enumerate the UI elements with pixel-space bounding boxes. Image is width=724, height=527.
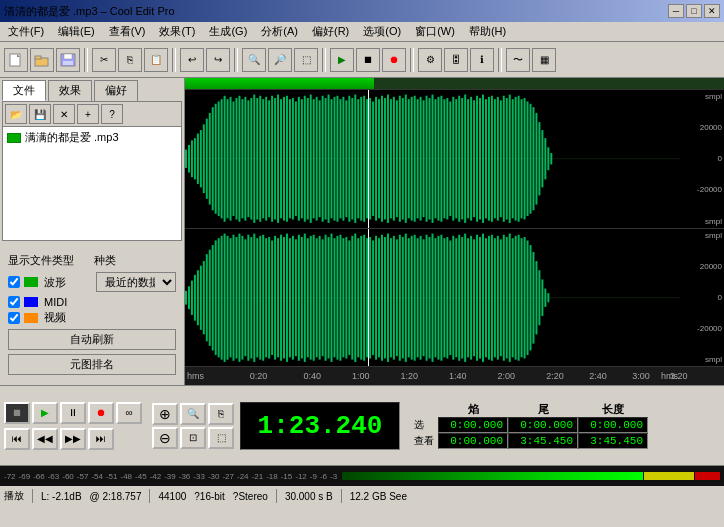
panel-new-btn[interactable]: + bbox=[77, 104, 99, 124]
pause-button[interactable]: ⏸ bbox=[60, 402, 86, 424]
panel-close-btn[interactable]: ✕ bbox=[53, 104, 75, 124]
svg-rect-144 bbox=[212, 245, 214, 350]
toolbar-info[interactable]: ℹ bbox=[470, 48, 494, 72]
toolbar-waveform[interactable]: 〜 bbox=[506, 48, 530, 72]
toolbar-record[interactable]: ⏺ bbox=[382, 48, 406, 72]
file-item[interactable]: 满满的都是爱 .mp3 bbox=[5, 129, 179, 146]
type-midi-checkbox[interactable] bbox=[8, 296, 20, 308]
record-button[interactable]: ⏺ bbox=[88, 402, 114, 424]
svg-rect-256 bbox=[544, 288, 546, 306]
toolbar-spectrum[interactable]: ▦ bbox=[532, 48, 556, 72]
close-button[interactable]: ✕ bbox=[704, 4, 720, 18]
menu-edit[interactable]: 编辑(E) bbox=[52, 22, 101, 41]
svg-rect-205 bbox=[393, 235, 395, 359]
toolbar-redo[interactable]: ↪ bbox=[206, 48, 230, 72]
zoom-mark-button[interactable]: 🔍 bbox=[180, 403, 206, 425]
toolbar-paste[interactable]: 📋 bbox=[144, 48, 168, 72]
svg-rect-220 bbox=[437, 235, 439, 359]
meter-label-n12: -12 bbox=[295, 472, 307, 481]
stop-button[interactable]: ⏹ bbox=[4, 402, 30, 424]
transport-controls: ⏹ ▶ ⏸ ⏺ ∞ ⏮ ◀◀ ▶▶ ⏭ bbox=[4, 402, 142, 450]
svg-rect-6 bbox=[63, 61, 73, 65]
menu-file[interactable]: 文件(F) bbox=[2, 22, 50, 41]
toolbar-new[interactable] bbox=[4, 48, 28, 72]
svg-rect-126 bbox=[532, 107, 534, 210]
toolbar: ✂ ⎘ 📋 ↩ ↪ 🔍 🔎 ⬚ ▶ ⏹ ⏺ ⚙ 🎛 ℹ 〜 ▦ bbox=[0, 42, 724, 78]
fast-forward-button[interactable]: ▶▶ bbox=[60, 428, 86, 450]
main-content: 文件 效果 偏好 📂 💾 ✕ + ? 满满的都是爱 .mp3 显示 bbox=[0, 78, 724, 385]
toolbar-copy[interactable]: ⎘ bbox=[118, 48, 142, 72]
svg-rect-90 bbox=[426, 96, 428, 222]
file-list: 满满的都是爱 .mp3 bbox=[3, 127, 181, 240]
svg-rect-135 bbox=[185, 290, 187, 304]
panel-open-btn[interactable]: 📂 bbox=[5, 104, 27, 124]
waveform-channel-2[interactable]: smpl 20000 0 -20000 smpl bbox=[185, 229, 724, 368]
type-row-video: 视频 bbox=[8, 310, 176, 325]
svg-rect-161 bbox=[262, 234, 264, 360]
meter-label-n9: -9 bbox=[310, 472, 317, 481]
tab-file[interactable]: 文件 bbox=[2, 80, 46, 101]
menu-generate[interactable]: 生成(G) bbox=[203, 22, 253, 41]
time-display-value: 1:23.240 bbox=[258, 411, 383, 441]
toolbar-select[interactable]: ⬚ bbox=[294, 48, 318, 72]
svg-rect-79 bbox=[393, 97, 395, 221]
zoom-select-button[interactable]: ⬚ bbox=[208, 427, 234, 449]
type-waveform-checkbox[interactable] bbox=[8, 276, 20, 288]
svg-rect-68 bbox=[360, 97, 362, 221]
svg-rect-183 bbox=[328, 237, 330, 358]
svg-rect-47 bbox=[298, 97, 300, 221]
forward-to-end-button[interactable]: ⏭ bbox=[88, 428, 114, 450]
toolbar-settings[interactable]: ⚙ bbox=[418, 48, 442, 72]
menu-help[interactable]: 帮助(H) bbox=[463, 22, 512, 41]
panel-help-btn[interactable]: ? bbox=[101, 104, 123, 124]
svg-rect-170 bbox=[289, 238, 291, 357]
menu-view[interactable]: 查看(V) bbox=[103, 22, 152, 41]
svg-rect-174 bbox=[301, 237, 303, 358]
toolbar-zoom-out[interactable]: 🔎 bbox=[268, 48, 292, 72]
menu-analyze[interactable]: 分析(A) bbox=[255, 22, 304, 41]
toolbar-save[interactable] bbox=[56, 48, 80, 72]
zoom-in-h-button[interactable]: ⊕ bbox=[152, 403, 178, 425]
file-type-label: 显示文件类型 种类 bbox=[8, 253, 176, 268]
svg-rect-38 bbox=[271, 96, 273, 222]
type-video-checkbox[interactable] bbox=[8, 312, 20, 324]
zoom-out-h-button[interactable]: ⊖ bbox=[152, 427, 178, 449]
svg-rect-255 bbox=[541, 279, 543, 316]
kind-dropdown[interactable]: 最近的数据 bbox=[96, 272, 176, 292]
rewind-button[interactable]: ◀◀ bbox=[32, 428, 58, 450]
toolbar-stop[interactable]: ⏹ bbox=[356, 48, 380, 72]
menu-options[interactable]: 选项(O) bbox=[357, 22, 407, 41]
menu-effects[interactable]: 效果(T) bbox=[153, 22, 201, 41]
waveform-svg-ch1[interactable] bbox=[185, 90, 680, 228]
toolbar-open[interactable] bbox=[30, 48, 54, 72]
svg-rect-50 bbox=[307, 98, 309, 219]
zoom-copy-button[interactable]: ⎘ bbox=[208, 403, 234, 425]
status-bar: -72 -69 -66 -63 -60 -57 -54 -51 -48 -45 … bbox=[0, 465, 724, 507]
rewind-to-start-button[interactable]: ⏮ bbox=[4, 428, 30, 450]
info-table: 焰 尾 长度 选 0:00.000 0:00.000 0:00.000 查看 bbox=[414, 402, 648, 449]
tab-effects[interactable]: 效果 bbox=[48, 80, 92, 101]
menu-window[interactable]: 窗口(W) bbox=[409, 22, 461, 41]
svg-rect-179 bbox=[316, 238, 318, 357]
maximize-button[interactable]: □ bbox=[686, 4, 702, 18]
waveform-channel-1[interactable]: smpl 20000 0 -20000 smpl bbox=[185, 90, 724, 229]
toolbar-undo[interactable]: ↩ bbox=[180, 48, 204, 72]
toolbar-effects[interactable]: 🎛 bbox=[444, 48, 468, 72]
meter-label-n51: -51 bbox=[106, 472, 118, 481]
toolbar-play[interactable]: ▶ bbox=[330, 48, 354, 72]
toolbar-zoom-in[interactable]: 🔍 bbox=[242, 48, 266, 72]
auto-refresh-button[interactable]: 自动刷新 bbox=[8, 329, 176, 350]
svg-rect-145 bbox=[215, 240, 217, 355]
tab-preference[interactable]: 偏好 bbox=[94, 80, 138, 101]
minimize-button[interactable]: ─ bbox=[668, 4, 684, 18]
waveform-svg-ch2[interactable] bbox=[185, 229, 680, 367]
play-button[interactable]: ▶ bbox=[32, 402, 58, 424]
sort-button[interactable]: 元图排名 bbox=[8, 354, 176, 375]
zoom-fit-button[interactable]: ⊡ bbox=[180, 427, 206, 449]
menu-preference[interactable]: 偏好(R) bbox=[306, 22, 355, 41]
meter-label-n3: -3 bbox=[330, 472, 337, 481]
loop-button[interactable]: ∞ bbox=[116, 402, 142, 424]
toolbar-cut[interactable]: ✂ bbox=[92, 48, 116, 72]
svg-rect-70 bbox=[366, 99, 368, 218]
panel-save-btn[interactable]: 💾 bbox=[29, 104, 51, 124]
